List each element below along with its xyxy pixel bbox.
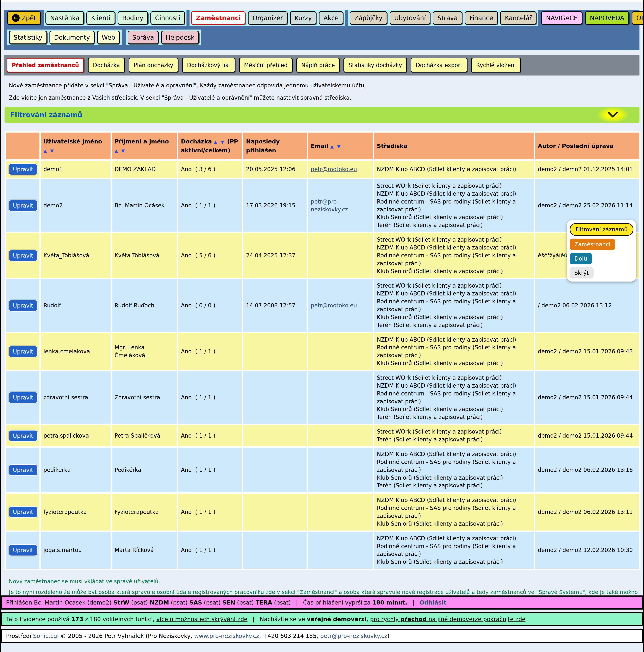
sort-icons[interactable]: ▲ ▼ <box>115 148 126 153</box>
section-tab[interactable]: Docházka export <box>411 58 468 73</box>
nav-button[interactable]: Nástěnka <box>46 11 84 25</box>
filter-collapse-toggle[interactable] <box>597 107 629 123</box>
autor-cell: demo2 / demo2 12.02.2026 10:30 <box>535 532 639 569</box>
edit-cell: Upravit <box>6 494 39 531</box>
username-cell: fyzioterapeutka <box>41 494 111 531</box>
quick-panel-button[interactable]: Dolů <box>570 253 592 264</box>
edit-button[interactable]: Upravit <box>8 300 37 311</box>
edit-cell: Upravit <box>6 279 39 332</box>
edit-button[interactable]: Upravit <box>8 250 37 262</box>
floating-quick-panel: Filtrování záznamůZaměstnanciDolůSkrýt <box>567 220 636 281</box>
sonic-link[interactable]: Sonic.cgi <box>33 632 59 639</box>
strediska-cell: NZDM Klub ABCD (Sdílet klienty a zapisov… <box>374 333 534 370</box>
nav-system-button[interactable]: NÁPOVĚDA <box>585 11 629 25</box>
nav-button[interactable]: Správa <box>128 31 159 44</box>
username-cell: lenka.cmelakova <box>41 333 111 370</box>
autor-cell: demo2 / demo2 15.01.2026 09:44 <box>535 425 639 446</box>
org-sen: SEN <box>222 599 235 606</box>
strediska-cell: Street WOrk (Sdílet klienty a zapisovat … <box>374 425 534 446</box>
username-cell: petra.spalickova <box>41 425 111 446</box>
table-row: Upravit demo2 Bc. Martin Ocásek Ano ( 1 … <box>6 179 639 232</box>
nav-group-reports: StatistikyDokumentyWeb <box>7 30 121 45</box>
column-header-label: Příjmení a jméno <box>115 138 169 145</box>
nav-button[interactable]: Finance <box>465 11 498 25</box>
table-row: Upravit petra.spalickova Petra Špalíčkov… <box>6 425 639 446</box>
section-tab[interactable]: Plán docházky <box>129 58 178 73</box>
sort-icons[interactable]: ▲ ▼ <box>214 139 225 144</box>
nav-right-buttons: NAVIGACENÁPOVĚDAODHLÁSIT <box>541 11 644 25</box>
sort-icons[interactable]: ▲ ▼ <box>44 148 55 153</box>
quick-panel-button[interactable]: Skrýt <box>570 267 593 278</box>
nav-button[interactable]: Kancelář <box>500 11 536 25</box>
nav-button[interactable]: Zaměstnanci <box>191 11 245 25</box>
logout-link[interactable]: Odhlásit <box>419 599 446 606</box>
fullname-cell: Rudolf Ruďoch <box>112 279 177 332</box>
nav-system-button[interactable]: NAVIGACE <box>541 11 582 25</box>
nav-button[interactable]: Rodiny <box>117 11 148 25</box>
section-tab[interactable]: Náplň práce <box>296 58 340 73</box>
column-header: Uživatelské jméno ▲ ▼ <box>41 133 111 159</box>
last-login-cell <box>243 447 307 492</box>
last-login-cell <box>243 333 307 370</box>
attendance-cell: Ano ( 1 / 1 ) <box>178 425 242 446</box>
nav-button[interactable]: Akce <box>319 11 343 25</box>
section-tab[interactable]: Měsíční přehled <box>239 58 292 73</box>
separator: | <box>253 616 255 622</box>
email-link[interactable]: petr@motoko.eu <box>311 166 357 172</box>
quick-panel-button[interactable]: Zaměstnanci <box>570 239 615 250</box>
edit-button[interactable]: Upravit <box>8 163 37 175</box>
functions-used-count: 173 <box>71 616 83 622</box>
edit-cell: Upravit <box>6 371 39 424</box>
column-header-label: Naposledy přihlášen <box>246 138 280 154</box>
nav-button[interactable]: Statistiky <box>9 31 47 44</box>
autor-cell: / demo2 06.02.2026 13:12 <box>535 279 639 332</box>
section-tab[interactable]: Přehled zaměstnanců <box>6 58 84 73</box>
edit-cell: Upravit <box>6 233 39 278</box>
strediska-cell: Street WOrk (Sdílet klienty a zapisovat … <box>374 371 534 424</box>
quick-panel-button[interactable]: Filtrování záznamů <box>570 223 634 236</box>
nav-button[interactable]: Ubytování <box>390 11 430 25</box>
email-link[interactable]: petr@motoko.eu <box>311 302 357 309</box>
navbar-row-2: StatistikyDokumentyWeb SprávaHelpdesk <box>7 30 637 45</box>
edit-button[interactable]: Upravit <box>8 346 37 357</box>
back-button[interactable]: ← Zpět <box>7 11 41 25</box>
nav-button[interactable]: Helpdesk <box>161 31 199 44</box>
nav-button[interactable]: Dokumenty <box>50 31 95 44</box>
sort-icons[interactable]: ▲ ▼ <box>330 144 342 149</box>
last-login-cell <box>243 371 307 424</box>
autor-cell: demo2 / demo2 15.01.2026 09:43 <box>535 333 639 370</box>
hiding-options-link[interactable]: více o možnostech skrývání zde <box>156 616 247 622</box>
attendance-cell: Ano ( 1 / 1 ) <box>178 494 242 531</box>
section-tab[interactable]: Rychlé vložení <box>471 58 521 73</box>
edit-button[interactable]: Upravit <box>8 200 37 212</box>
section-tab[interactable]: Statistiky docházky <box>343 58 407 73</box>
website-link[interactable]: www.pro-neziskovky.cz <box>194 632 259 639</box>
section-tab[interactable]: Docházkový list <box>182 58 235 73</box>
edit-button[interactable]: Upravit <box>8 506 37 518</box>
column-header-label: Autor / Poslední úprava <box>538 143 614 149</box>
demo-switch-link[interactable]: pro rychlý přechod na jiné demoverze pok… <box>370 616 526 622</box>
fullname-cell: Fyzioterapeutka <box>112 494 177 531</box>
nav-button[interactable]: Činnosti <box>150 11 185 25</box>
contact-email-link[interactable]: petr@pro-neziskovky.cz <box>320 632 387 639</box>
edit-button[interactable]: Upravit <box>8 391 37 404</box>
back-arrow-icon: ← <box>12 14 20 22</box>
email-link[interactable]: petr@pro-neziskovky.cz <box>311 198 348 213</box>
section-tab[interactable]: Docházka <box>88 58 125 73</box>
fullname-cell: Zdravotní sestra <box>112 371 177 424</box>
nav-button[interactable]: Klienti <box>86 11 115 25</box>
edit-button[interactable]: Upravit <box>8 430 37 442</box>
edit-button[interactable]: Upravit <box>8 464 37 476</box>
nav-button[interactable]: Strava <box>433 11 462 25</box>
nav-system-button[interactable]: ODHLÁSIT <box>632 11 644 25</box>
session-user: Přihlášen Bc. Martin Ocásek (demo2) <box>6 599 112 606</box>
last-login-cell <box>243 532 307 569</box>
edit-cell: Upravit <box>6 447 39 492</box>
nav-button[interactable]: Web <box>97 31 120 44</box>
nav-button[interactable]: Zápůjčky <box>350 11 387 25</box>
nav-button[interactable]: Organizér <box>248 11 288 25</box>
edit-button[interactable]: Upravit <box>8 544 37 556</box>
edit-cell: Upravit <box>6 179 39 232</box>
nav-button[interactable]: Kurzy <box>290 11 316 25</box>
nav-group-admin: SprávaHelpdesk <box>126 30 201 45</box>
